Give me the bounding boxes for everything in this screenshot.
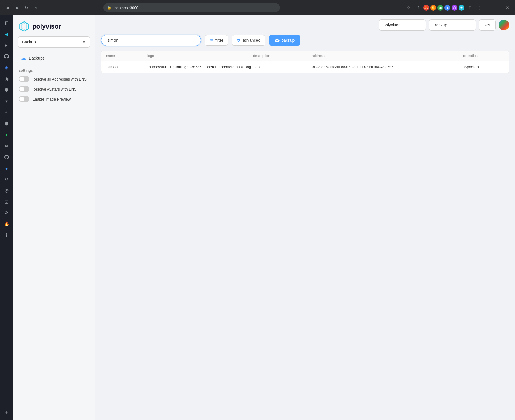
logo-icon (19, 21, 29, 32)
back-button[interactable]: ◀ (4, 4, 12, 12)
forward-button[interactable]: ▶ (13, 4, 21, 12)
settings-heading: settings (19, 68, 89, 73)
close-button[interactable]: ✕ (503, 4, 511, 12)
share-icon[interactable]: ⤴ (414, 4, 422, 12)
main-sidebar: polyvisor Backup ▼ ☁ Backups settings Re… (13, 15, 95, 420)
data-table: name logo description address collection… (101, 51, 509, 73)
toggle-ens-addresses-label: Resolve all Addresses with ENS (32, 77, 87, 81)
ext-metamask[interactable]: 🦊 (423, 5, 429, 11)
main-content: set filter advanced backup name logo (95, 15, 515, 420)
col-name: name (106, 54, 147, 58)
menu-dots-icon[interactable]: ⋮ (475, 4, 483, 12)
filter-button[interactable]: filter (205, 35, 228, 46)
avatar[interactable] (499, 20, 509, 30)
ext-notif[interactable]: 🔔 (430, 5, 436, 11)
sidebar-item-square[interactable]: ◱ (1, 196, 12, 207)
refresh-button[interactable]: ↻ (22, 4, 31, 12)
backup-input[interactable] (429, 19, 476, 31)
cloud-icon: ☁ (21, 55, 26, 61)
ext-green[interactable]: ◉ (437, 5, 443, 11)
toggle-ens-avatars-switch[interactable] (19, 86, 29, 92)
sidebar-item-github[interactable] (1, 51, 12, 62)
ext-teal[interactable]: ★ (459, 5, 464, 11)
icon-sidebar: ◧ ◀ ▸ ◈ ◉ ? ✓ ⬢ ● N ● ↻ ◷ ◱ ⟳ 🔥 ℹ + (0, 15, 13, 420)
top-bar: set (95, 15, 515, 35)
minimize-button[interactable]: − (484, 4, 493, 12)
col-address: address (312, 54, 463, 58)
sidebar-item-whatsapp[interactable]: ● (1, 129, 12, 140)
sidebar-backups-label: Backups (29, 56, 45, 61)
cell-description: "test" (253, 65, 312, 69)
ext-purple[interactable]: ⬡ (452, 5, 457, 11)
advanced-label: advanced (243, 38, 260, 43)
cloud-upload-icon (275, 38, 280, 43)
table-header: name logo description address collection (101, 51, 509, 61)
cell-name: "simon" (106, 65, 147, 69)
toggle-ens-addresses-switch[interactable] (19, 76, 29, 82)
gear-icon (237, 38, 241, 42)
logo-area: polyvisor (13, 15, 95, 36)
url-text: localhost:3000 (114, 6, 138, 10)
sidebar-item-refresh[interactable]: ↻ (1, 174, 12, 185)
sidebar-item-hex2[interactable]: ⬢ (1, 118, 12, 129)
toggle-ens-avatars: Resolve Avatars with ENS (19, 86, 89, 92)
col-description: description (253, 54, 312, 58)
sidebar-item-hex[interactable] (1, 85, 12, 95)
sidebar-item-forward[interactable]: ▸ (1, 40, 12, 51)
add-icon[interactable]: + (1, 407, 12, 418)
search-input[interactable] (101, 35, 201, 46)
sidebar-toggle-icon[interactable]: ◧ (1, 18, 12, 28)
maximize-button[interactable]: □ (494, 4, 502, 12)
col-logo: logo (147, 54, 253, 58)
settings-section: settings Resolve all Addresses with ENS … (13, 64, 95, 108)
toggle-image-preview-switch[interactable] (19, 96, 29, 102)
sidebar-item-blue-dot[interactable]: ● (1, 163, 12, 173)
toggle-image-preview-label: Enable Image Preview (32, 97, 71, 101)
backup-label: backup (281, 38, 295, 43)
sidebar-item-back[interactable]: ◀ (1, 29, 12, 39)
home-button[interactable]: ⌂ (32, 4, 40, 12)
cell-collection: "Spheron" (463, 65, 504, 69)
app-container: ◧ ◀ ▸ ◈ ◉ ? ✓ ⬢ ● N ● ↻ ◷ ◱ ⟳ 🔥 ℹ + (0, 15, 515, 420)
toggle-ens-addresses: Resolve all Addresses with ENS (19, 76, 89, 82)
icon-sidebar-bottom: + (1, 406, 12, 418)
polyvisor-input[interactable] (379, 19, 426, 31)
sidebar-item-clock[interactable]: ◷ (1, 185, 12, 196)
table-row[interactable]: "simon" "https://stunning-fortnight-3873… (101, 61, 509, 73)
cell-logo: "https://stunning-fortnight-38736f.spher… (147, 65, 253, 69)
backup-button[interactable]: backup (269, 35, 300, 46)
sidebar-item-fire[interactable]: 🔥 (1, 219, 12, 229)
tab-icon[interactable]: ⊞ (466, 4, 474, 12)
filter-icon (210, 38, 214, 42)
bookmark-icon[interactable]: ☆ (404, 4, 413, 12)
chevron-down-icon: ▼ (82, 40, 86, 44)
col-collection: collection (463, 54, 504, 58)
sidebar-item-gh2[interactable] (1, 152, 12, 162)
backup-dropdown[interactable]: Backup ▼ (18, 36, 90, 48)
svg-marker-1 (21, 23, 27, 30)
ext-blue[interactable]: ◈ (444, 5, 450, 11)
sidebar-item-info[interactable]: ℹ (1, 230, 12, 240)
toggle-image-preview: Enable Image Preview (19, 96, 89, 102)
browser-chrome: ◀ ▶ ↻ ⌂ 🔒 localhost:3000 ☆ ⤴ 🦊 🔔 ◉ ◈ ⬡ ★… (0, 0, 515, 15)
filter-label: filter (215, 38, 223, 43)
search-filter-bar: filter advanced backup (95, 35, 515, 51)
sidebar-item-question[interactable]: ? (1, 96, 12, 106)
browser-actions: ☆ ⤴ 🦊 🔔 ◉ ◈ ⬡ ★ ⊞ ⋮ − □ ✕ (404, 4, 511, 12)
sidebar-item-check[interactable]: ✓ (1, 107, 12, 118)
sidebar-item-backups[interactable]: ☁ Backups (15, 52, 93, 64)
sidebar-item-n[interactable]: N (1, 140, 12, 151)
sidebar-item-cycle[interactable]: ⟳ (1, 208, 12, 218)
advanced-button[interactable]: advanced (232, 35, 265, 46)
app-title: polyvisor (32, 23, 61, 30)
cell-address: 0x328006ade83cE0e014B2a43eE0744FDB6C2395… (312, 65, 463, 69)
set-button[interactable]: set (479, 19, 496, 31)
dropdown-label: Backup (22, 40, 36, 44)
browser-nav-buttons: ◀ ▶ ↻ ⌂ (4, 4, 40, 12)
sidebar-item-active[interactable]: ◈ (1, 62, 12, 73)
sidebar-item-circle[interactable]: ◉ (1, 73, 12, 84)
lock-icon: 🔒 (107, 6, 111, 10)
toggle-ens-avatars-label: Resolve Avatars with ENS (32, 87, 77, 91)
address-bar[interactable]: 🔒 localhost:3000 (103, 3, 280, 12)
